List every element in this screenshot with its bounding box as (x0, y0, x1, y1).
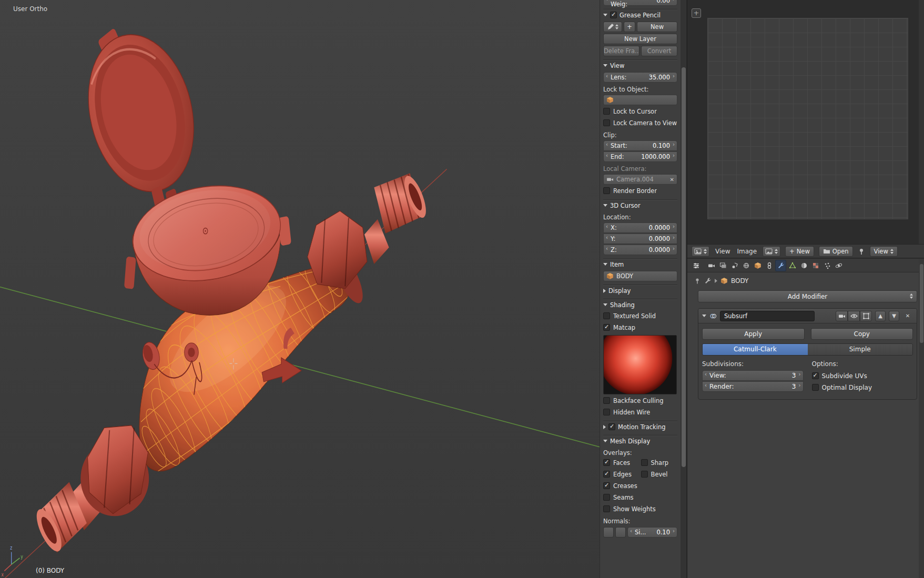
tab-texture[interactable] (810, 260, 821, 271)
optimal-display-row[interactable]: Optimal Display (812, 382, 913, 393)
normals-size-slider[interactable]: Si... 0.10 (627, 527, 677, 538)
delete-modifier-button[interactable]: ✕ (902, 311, 913, 321)
textured-solid-row[interactable]: Textured Solid (603, 310, 677, 321)
panel-header-mesh-display[interactable]: Mesh Display (603, 435, 677, 446)
lock-to-cursor-checkbox[interactable] (603, 108, 610, 115)
sharp-checkbox[interactable] (641, 459, 648, 466)
breadcrumb-object-name[interactable]: BODY (731, 277, 748, 285)
matcap-row[interactable]: Matcap (603, 322, 677, 333)
tab-constraints[interactable] (764, 260, 775, 271)
subdivide-uvs-checkbox[interactable] (812, 372, 819, 379)
creases-row[interactable]: Creases (603, 480, 677, 491)
gp-delete-frames-button[interactable]: Delete Fra... (603, 46, 639, 56)
lock-to-object-field[interactable] (603, 95, 677, 105)
properties-scrollbar[interactable] (919, 259, 924, 578)
gp-new-layer-button[interactable]: New Layer (603, 34, 677, 44)
water-meter-model[interactable] (32, 1, 430, 557)
item-name-field[interactable]: BODY (603, 271, 677, 281)
tab-scene[interactable] (729, 260, 740, 271)
sharp-row[interactable]: Sharp (641, 457, 678, 468)
optimal-display-checkbox[interactable] (812, 384, 819, 391)
cursor-y-field[interactable]: Y: 0.0000 (603, 234, 677, 244)
editor-type-selector[interactable] (691, 260, 702, 271)
hidden-wire-checkbox[interactable] (603, 409, 610, 415)
panel-header-3d-cursor[interactable]: 3D Cursor (603, 200, 677, 210)
textured-solid-checkbox[interactable] (603, 312, 610, 319)
menu-view[interactable]: View (714, 247, 731, 256)
panel-header-view[interactable]: View (603, 60, 677, 70)
3d-viewport[interactable]: z y x User Ortho (0) BODY Mean Bevel Wei… (0, 0, 687, 578)
edit-mode-toggle[interactable] (860, 311, 872, 321)
uv-grid[interactable] (707, 18, 908, 219)
tools-context-icon[interactable] (704, 277, 712, 285)
move-modifier-up-button[interactable]: ▲ (875, 311, 886, 321)
panel-header-motion-tracking[interactable]: Motion Tracking (603, 421, 677, 432)
menu-image[interactable]: Image (736, 247, 758, 256)
npanel-scrollbar[interactable] (681, 0, 687, 578)
tab-object[interactable] (752, 260, 763, 271)
edges-row[interactable]: Edges (603, 469, 640, 480)
render-border-checkbox[interactable] (603, 187, 610, 194)
mean-bevel-weight-slider[interactable]: Mean Bevel Weig: 0.00 (603, 0, 677, 6)
creases-checkbox[interactable] (603, 482, 610, 489)
show-weights-row[interactable]: Show Weights (603, 503, 677, 514)
tab-physics[interactable] (833, 260, 844, 271)
gp-brush-selector[interactable] (603, 22, 622, 32)
image-new-button[interactable]: + New (785, 246, 814, 257)
pin-icon[interactable] (858, 248, 865, 255)
gp-new-button[interactable]: New (637, 22, 677, 32)
bevel-checkbox[interactable] (641, 471, 648, 478)
apply-button[interactable]: Apply (702, 328, 805, 340)
tab-object-data[interactable] (787, 260, 798, 271)
image-datablock-selector[interactable] (763, 246, 780, 257)
editor-type-selector[interactable] (692, 246, 709, 257)
catmull-clark-option[interactable]: Catmull-Clark (703, 344, 808, 355)
modifier-name-field[interactable]: Subsurf (720, 311, 815, 321)
local-camera-field[interactable]: Camera.004 ✕ (603, 174, 677, 185)
subdivide-uvs-row[interactable]: Subdivide UVs (812, 370, 913, 381)
display-mode-selector[interactable]: View (870, 246, 898, 257)
panel-header-display[interactable]: Display (603, 285, 677, 296)
image-open-button[interactable]: Open (819, 246, 853, 257)
view-subdivisions-field[interactable]: View: 3 (702, 370, 804, 381)
tab-world[interactable] (740, 260, 752, 271)
panel-header-grease-pencil[interactable]: Grease Pencil (603, 9, 677, 20)
add-modifier-button[interactable]: Add Modifier (698, 290, 917, 302)
gp-add-button[interactable]: + (624, 22, 635, 32)
render-subdivisions-field[interactable]: Render: 3 (702, 381, 804, 392)
lock-camera-checkbox[interactable] (603, 119, 610, 126)
seams-checkbox[interactable] (603, 494, 610, 501)
matcap-preview[interactable] (603, 335, 677, 394)
copy-button[interactable]: Copy (811, 328, 913, 340)
grease-pencil-checkbox[interactable] (610, 12, 617, 18)
render-visibility-toggle[interactable] (836, 311, 848, 321)
image-editor-scrollbar[interactable] (919, 0, 924, 244)
npanel-scrollbar-thumb[interactable] (682, 67, 686, 467)
panel-header-shading[interactable]: Shading (603, 299, 677, 310)
face-normals-toggle[interactable] (615, 527, 626, 538)
modifier-expand-icon[interactable] (702, 315, 706, 317)
properties-scrollbar-thumb[interactable] (920, 264, 923, 343)
tab-render-layers[interactable] (717, 260, 728, 271)
simple-option[interactable]: Simple (808, 344, 913, 355)
edges-checkbox[interactable] (603, 471, 610, 478)
clip-start-field[interactable]: Start: 0.100 (603, 140, 677, 151)
motion-tracking-checkbox[interactable] (608, 423, 615, 430)
tab-material[interactable] (798, 260, 809, 271)
seams-row[interactable]: Seams (603, 492, 677, 503)
move-modifier-down-button[interactable]: ▼ (889, 311, 899, 321)
tab-modifiers[interactable] (775, 260, 786, 271)
faces-checkbox[interactable] (603, 459, 610, 466)
region-expand-button[interactable]: + (692, 8, 701, 18)
lock-camera-row[interactable]: Lock Camera to View (603, 117, 677, 128)
hidden-wire-row[interactable]: Hidden Wire (603, 407, 677, 418)
lock-to-cursor-row[interactable]: Lock to Cursor (603, 106, 677, 117)
lens-slider[interactable]: Lens: 35.000 (603, 72, 677, 83)
pin-icon[interactable] (694, 277, 701, 285)
vertex-normals-toggle[interactable] (603, 527, 614, 538)
viewport-visibility-toggle[interactable] (848, 311, 860, 321)
cursor-z-field[interactable]: Z: 0.0000 (603, 245, 677, 255)
backface-culling-checkbox[interactable] (603, 397, 610, 404)
clear-camera-button[interactable]: ✕ (670, 177, 674, 182)
matcap-checkbox[interactable] (603, 324, 610, 331)
